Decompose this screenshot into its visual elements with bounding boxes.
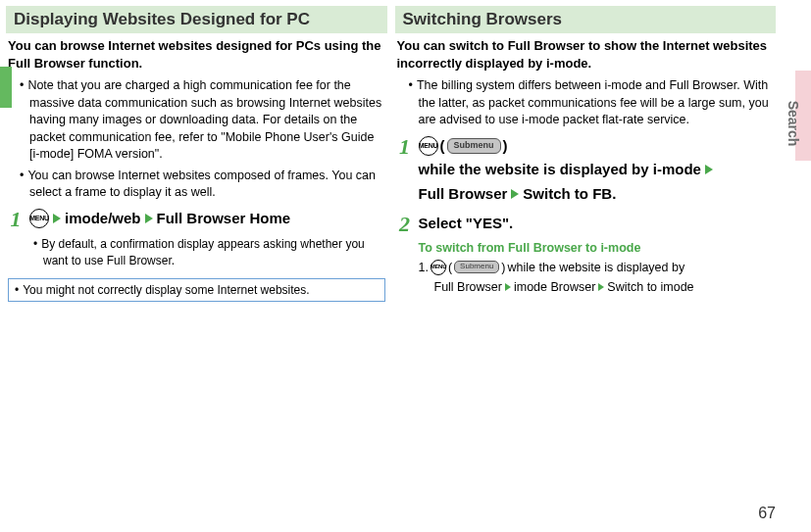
bullet-item: You can browse Internet websites compose…	[20, 168, 383, 202]
step-title: MENU ( Submenu ) while the website is di…	[419, 135, 777, 206]
text-segment: Switch to imode	[607, 277, 693, 297]
step-number: 1	[395, 135, 415, 159]
note-box: You might not correctly display some Int…	[8, 278, 385, 302]
step-body: MENU ( Submenu ) while the website is di…	[415, 135, 777, 206]
paren-open: (	[448, 258, 452, 277]
text-segment: imode Browser	[514, 277, 595, 297]
section-heading-right: Switching Browsers	[395, 6, 777, 33]
text-segment: )	[501, 258, 505, 277]
note-text: You might not correctly display some Int…	[15, 283, 379, 297]
text-segment: Full Browser	[419, 183, 508, 206]
left-edge-tab	[0, 67, 12, 108]
arrow-icon	[145, 214, 153, 223]
arrow-icon	[511, 189, 519, 199]
bullet-list-right: The billing system differs between i-mod…	[395, 77, 777, 129]
bullet-list-left: Note that you are charged a high communi…	[6, 77, 387, 202]
sub-heading: To switch from Full Browser to i-mode	[419, 241, 777, 255]
step-number: 1	[6, 208, 25, 231]
step-body: MENU imode/web Full Browser Home	[25, 208, 387, 230]
bullet-item: Note that you are charged a high communi…	[20, 77, 383, 164]
page-number: 67	[758, 505, 776, 522]
menu-icon: MENU	[419, 136, 438, 156]
right-column: Switching Browsers You can switch to Ful…	[395, 6, 777, 302]
submenu-pill: Submenu	[454, 261, 499, 273]
menu-icon: MENU	[29, 209, 49, 228]
step-1-right: 1 MENU ( Submenu ) while the website is …	[395, 133, 777, 208]
intro-text-left: You can browse Internet websites designe…	[6, 37, 387, 77]
step-1-left: 1 MENU imode/web Full Browser Home	[6, 206, 387, 233]
sub-bullet-item: By default, a confirmation display appea…	[33, 236, 387, 269]
manual-page: Search Displaying Websites Designed for …	[0, 0, 811, 532]
step-2-text: Select "YES".	[419, 213, 514, 235]
menu-icon: MENU	[431, 260, 446, 275]
step-title: Select "YES".	[419, 213, 777, 235]
paren-open: (	[440, 135, 445, 158]
arrow-icon	[53, 214, 61, 223]
bullet-item: The billing system differs between i-mod…	[409, 77, 773, 129]
text-segment: while the website is displayed by	[508, 258, 685, 277]
arrow-icon	[598, 283, 604, 291]
step-body: Select "YES". To switch from Full Browse…	[415, 213, 777, 297]
step-sub-bullets: By default, a confirmation display appea…	[6, 233, 387, 269]
small-step: 1. MENU ( Submenu ) while the website is…	[419, 258, 777, 297]
breadcrumb-segment: Full Browser Home	[157, 208, 291, 230]
content-columns: Displaying Websites Designed for PC You …	[6, 6, 776, 302]
step-title: MENU imode/web Full Browser Home	[29, 208, 387, 230]
text-segment: while the website is displayed by i-mode	[419, 159, 701, 181]
step-number: 2	[395, 213, 415, 236]
text-segment: )	[503, 135, 508, 158]
small-step-prefix: 1.	[419, 258, 429, 277]
intro-text-right: You can switch to Full Browser to show t…	[395, 37, 777, 77]
breadcrumb-segment: imode/web	[65, 208, 141, 230]
left-column: Displaying Websites Designed for PC You …	[6, 6, 387, 302]
section-heading-left: Displaying Websites Designed for PC	[6, 6, 387, 33]
text-segment: Full Browser	[434, 277, 502, 297]
step-2-right: 2 Select "YES". To switch from Full Brow…	[395, 211, 777, 299]
section-tab-label: Search	[786, 101, 802, 147]
submenu-pill: Submenu	[447, 138, 501, 154]
text-segment: Switch to FB.	[523, 183, 616, 206]
arrow-icon	[705, 165, 713, 174]
arrow-icon	[505, 283, 511, 291]
